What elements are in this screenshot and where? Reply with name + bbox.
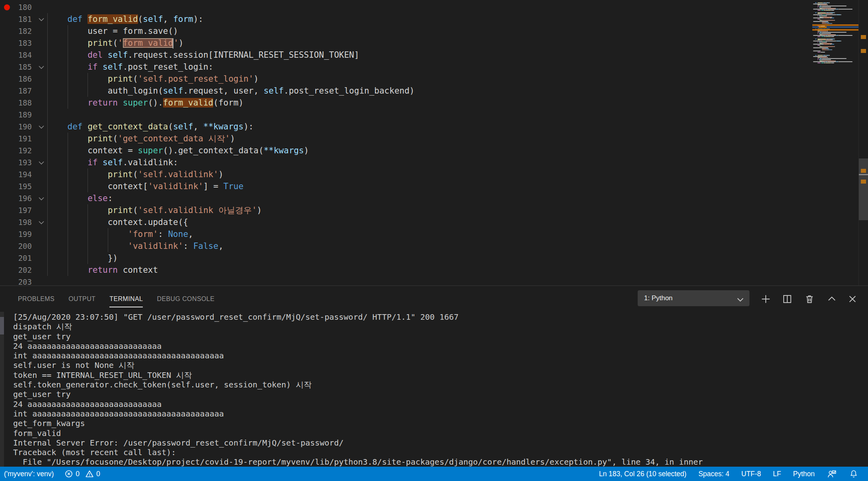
minimap-code-segment (817, 13, 820, 14)
feedback-icon[interactable] (827, 469, 837, 479)
fold-chevron-icon[interactable] (37, 192, 46, 204)
minimap-code-segment (838, 9, 852, 10)
code-line[interactable]: 186 print('self.post_reset_login') (0, 73, 812, 85)
code-line[interactable]: 194 print('self.validlink') (0, 168, 812, 180)
minimap-code-segment (819, 6, 821, 6)
line-number: 184 (0, 49, 32, 61)
minimap-code-segment (813, 44, 824, 45)
minimap-code-segment (825, 41, 836, 41)
cursor-position-indicator[interactable]: Ln 183, Col 26 (10 selected) (599, 470, 687, 478)
minimap-code-segment (813, 56, 827, 57)
indent-guide (47, 109, 48, 121)
minimap-code-segment (813, 18, 824, 18)
terminal-selector-dropdown[interactable]: 1: Python (638, 290, 749, 306)
plus-icon[interactable] (761, 294, 771, 304)
code-line-text: if self.validlink: (47, 156, 178, 168)
chevron-up-icon[interactable] (827, 294, 837, 304)
terminal-line: int aaaaaaaaaaaaaaaaaaaaaaaaaaaaaaaaaaaa… (13, 409, 703, 418)
code-line[interactable]: 197 print('self.validlink 아닐경우') (0, 204, 812, 216)
code-line[interactable]: 203 (0, 276, 812, 285)
minimap-code-segment (822, 48, 825, 49)
indentation-indicator[interactable]: Spaces: 4 (699, 470, 730, 478)
eol-indicator[interactable]: LF (773, 470, 781, 478)
minimap-code-segment (821, 16, 827, 16)
line-number: 181 (0, 13, 32, 25)
ruler-cursor-line (859, 174, 868, 175)
code-line[interactable]: 191 print('get_context_data 시작') (0, 133, 812, 145)
problems-indicator[interactable]: 0 0 (65, 470, 100, 478)
minimap-code-segment (817, 42, 819, 43)
minimap-code-segment (815, 39, 817, 39)
minimap-current-match (819, 26, 827, 28)
line-number: 187 (0, 85, 32, 97)
minimap-code-segment (817, 63, 821, 63)
terminal-line: token == INTERNAL_RESET_URL_TOKEN 시작 (13, 370, 703, 380)
code-line[interactable]: 192 context = super().get_context_data(*… (0, 145, 812, 156)
code-line[interactable]: 195 context['validlink'] = True (0, 180, 812, 192)
breakpoint-indicator[interactable] (4, 4, 10, 10)
code-line-text: print('self.validlink') (47, 168, 224, 180)
terminal-line: [25/Aug/2020 23:07:50] "GET /user/passwo… (13, 312, 703, 322)
code-line[interactable]: 184 del self.request.session[INTERNAL_RE… (0, 49, 812, 61)
fold-chevron-icon[interactable] (37, 13, 46, 25)
minimap-code-segment (823, 17, 831, 18)
status-bar: ('myvenv': venv) 0 0 Ln 183, Col 26 (10 … (0, 467, 868, 481)
fold-chevron-icon[interactable] (37, 121, 46, 133)
code-line[interactable]: 181 def form_valid(self, form): (0, 13, 812, 25)
minimap-code-segment (831, 49, 832, 50)
line-number: 186 (0, 73, 32, 85)
scrollbar-thumb[interactable] (859, 158, 868, 220)
code-line[interactable]: 196 else: (0, 192, 812, 204)
trash-icon[interactable] (804, 294, 815, 304)
python-interpreter-indicator[interactable]: ('myvenv': venv) (4, 470, 54, 478)
panel-tab-terminal[interactable]: TERMINAL (109, 286, 143, 312)
minimap[interactable] (812, 0, 858, 285)
panel-tab-problems[interactable]: PROBLEMS (18, 286, 54, 312)
code-line[interactable]: 188 return super().form_valid(form) (0, 97, 812, 109)
line-number: 185 (0, 61, 32, 73)
code-line[interactable]: 201 }) (0, 252, 812, 264)
code-line[interactable]: 187 auth_login(self.request, user, self.… (0, 85, 812, 97)
code-line[interactable]: 190 def get_context_data(self, **kwargs)… (0, 121, 812, 133)
line-number: 193 (0, 156, 32, 168)
code-line[interactable]: 193 if self.validlink: (0, 156, 812, 168)
terminal-line: 24 aaaaaaaaaaaaaaaaaaaaaaaaaaaa (13, 341, 703, 351)
panel-tab-debug-console[interactable]: DEBUG CONSOLE (157, 286, 214, 312)
notifications-bell-icon[interactable] (849, 469, 858, 479)
split-terminal-icon[interactable] (782, 294, 792, 304)
code-line[interactable]: 183 print('form_valid') (0, 37, 812, 49)
minimap-code-segment (821, 31, 827, 31)
code-line[interactable]: 189 (0, 109, 812, 121)
minimap-code-segment (817, 55, 823, 56)
fold-chevron-icon[interactable] (37, 216, 46, 228)
code-line[interactable]: 182 user = form.save() (0, 25, 812, 37)
minimap-code-segment (838, 61, 852, 62)
code-line[interactable]: 199 'form': None, (0, 228, 812, 240)
minimap-code-segment (817, 39, 826, 39)
code-line[interactable]: 185 if self.post_reset_login: (0, 61, 812, 73)
language-mode-indicator[interactable]: Python (793, 470, 815, 478)
minimap-code-segment (829, 2, 830, 3)
terminal-output[interactable]: [25/Aug/2020 23:07:50] "GET /user/passwo… (0, 312, 868, 467)
code-editor[interactable]: 180181 def form_valid(self, form):182 us… (0, 0, 868, 285)
minimap-code-segment (821, 63, 824, 63)
editor-scrollbar[interactable] (858, 0, 868, 285)
minimap-code-segment (815, 55, 817, 56)
minimap-code-segment (826, 22, 828, 23)
fold-chevron-icon[interactable] (37, 61, 46, 73)
minimap-code-segment (817, 12, 826, 13)
code-line[interactable]: 200 'validlink': False, (0, 240, 812, 252)
encoding-indicator[interactable]: UTF-8 (741, 470, 761, 478)
vscode-window: 180181 def form_valid(self, form):182 us… (0, 0, 868, 481)
code-line[interactable]: 202 return context (0, 264, 812, 276)
minimap-code-segment (822, 58, 847, 59)
panel-tab-output[interactable]: OUTPUT (68, 286, 95, 312)
code-line[interactable]: 198 context.update({ (0, 216, 812, 228)
code-line[interactable]: 180 (0, 1, 812, 13)
terminal-scrollbar-thumb[interactable] (0, 317, 4, 334)
minimap-code-segment (817, 10, 821, 11)
fold-chevron-icon[interactable] (37, 156, 46, 168)
minimap-code-segment (817, 39, 820, 40)
close-icon[interactable] (847, 294, 858, 304)
terminal-scrollbar[interactable] (0, 312, 4, 467)
